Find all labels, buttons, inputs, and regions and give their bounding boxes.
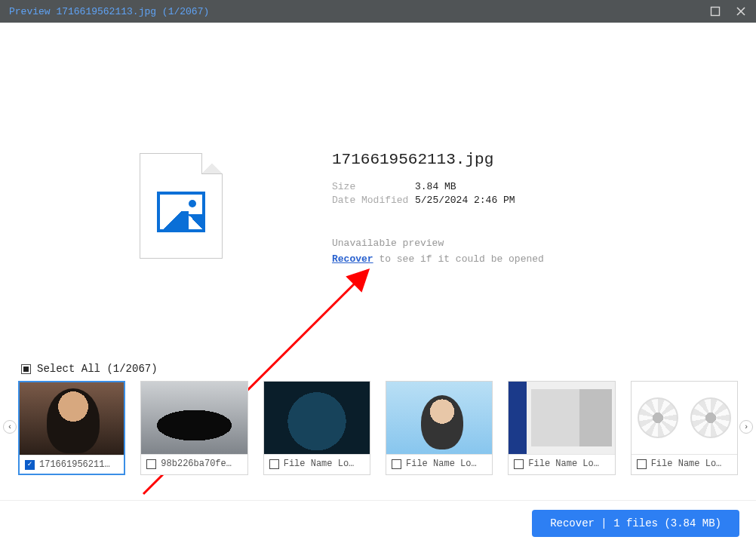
thumbnail-checkbox[interactable] xyxy=(392,459,401,469)
select-all-label: Select All (1/2067) xyxy=(37,363,158,375)
thumbnail-image xyxy=(141,382,247,454)
thumbnail-checkbox[interactable] xyxy=(514,459,524,469)
thumbnail-label: File Name Lo… xyxy=(406,459,477,469)
recover-hint-line: Recover to see if it could be opened xyxy=(332,253,726,265)
thumbnail-checkbox[interactable] xyxy=(146,459,156,469)
thumbnail-item[interactable]: File Name Lo… xyxy=(386,381,493,475)
date-label: Date Modified xyxy=(332,194,415,207)
thumbnail-item[interactable]: 171661956211… xyxy=(18,381,125,475)
thumbnail-label: File Name Lo… xyxy=(528,459,599,469)
thumbnail-item[interactable]: File Name Lo… xyxy=(508,381,615,475)
svg-rect-0 xyxy=(711,8,720,16)
recover-hint-rest: to see if it could be opened xyxy=(373,253,544,265)
thumbnail-label: File Name Lo… xyxy=(651,459,722,469)
size-value: 3.84 MB xyxy=(415,180,456,194)
date-value: 5/25/2024 2:46 PM xyxy=(415,194,515,207)
thumbnail-item[interactable]: 98b226ba70fe… xyxy=(140,381,247,475)
thumbnail-image xyxy=(264,382,370,454)
preview-filename: 1716619562113.jpg xyxy=(332,151,726,168)
titlebar: Preview 1716619562113.jpg (1/2067) xyxy=(0,0,756,23)
maximize-icon[interactable] xyxy=(709,5,721,17)
thumbnail-image xyxy=(20,382,124,455)
select-all-bar: Select All (1/2067) xyxy=(0,358,756,378)
thumbnail-label: 98b226ba70fe… xyxy=(161,459,232,469)
window-title: Preview 1716619562113.jpg (1/2067) xyxy=(9,6,209,17)
thumbnail-label: File Name Lo… xyxy=(284,459,355,469)
file-icon-box xyxy=(30,53,332,358)
thumbnail-strip: ‹ › 171661956211… 98b226ba70fe… File Nam… xyxy=(0,378,756,475)
thumbnail-checkbox[interactable] xyxy=(637,459,647,469)
thumbnail-image xyxy=(386,382,492,454)
file-type-icon xyxy=(140,153,223,259)
thumbnail-checkbox[interactable] xyxy=(269,459,279,469)
close-icon[interactable] xyxy=(735,5,747,17)
size-label: Size xyxy=(332,180,415,194)
recover-button[interactable]: Recover | 1 files (3.84 MB) xyxy=(532,510,739,537)
thumbnail-item[interactable]: File Name Lo… xyxy=(631,381,738,475)
preview-area: 1716619562113.jpg Size 3.84 MB Date Modi… xyxy=(0,23,756,358)
thumbnail-image xyxy=(509,382,614,454)
unavailable-preview-text: Unavailable preview xyxy=(332,238,726,249)
file-info: 1716619562113.jpg Size 3.84 MB Date Modi… xyxy=(332,53,726,358)
recover-link[interactable]: Recover xyxy=(332,253,373,265)
footer: Recover | 1 files (3.84 MB) xyxy=(0,500,756,537)
select-all-checkbox[interactable] xyxy=(21,364,31,374)
thumbnail-item[interactable]: File Name Lo… xyxy=(263,381,370,475)
thumbnail-label: 171661956211… xyxy=(39,459,110,470)
thumbnail-image xyxy=(632,382,737,454)
thumbnail-checkbox[interactable] xyxy=(25,460,35,470)
window-controls xyxy=(709,5,747,17)
thumb-nav-next[interactable]: › xyxy=(739,420,753,434)
thumb-nav-prev[interactable]: ‹ xyxy=(3,420,17,434)
